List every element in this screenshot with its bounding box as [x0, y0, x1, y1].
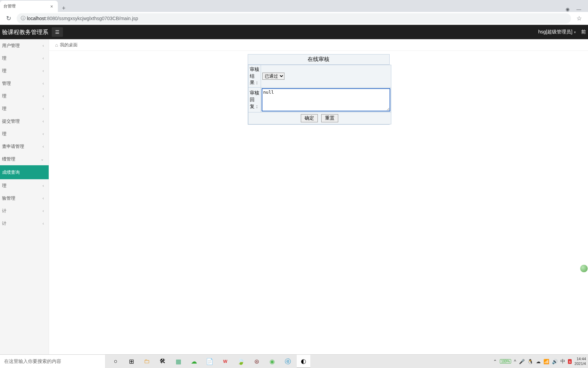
mic-icon[interactable]: 🎤 — [519, 359, 525, 364]
home-icon[interactable]: ⌂ — [55, 42, 58, 48]
sidebar-item-4[interactable]: 理‹ — [0, 90, 49, 102]
confirm-button[interactable]: 确定 — [301, 114, 318, 122]
chrome-icon[interactable]: ◐ — [297, 355, 310, 368]
clock[interactable]: 14:44 2021/4 — [574, 357, 586, 366]
reset-button[interactable]: 重置 — [321, 114, 338, 122]
tray-icon-2[interactable]: 🐧 — [527, 359, 533, 364]
chevron-left-icon: ‹ — [43, 81, 44, 86]
wifi-icon[interactable]: 📶 — [543, 359, 549, 364]
tray-icon-1[interactable]: ^ — [514, 359, 516, 364]
breadcrumb-label[interactable]: 我的桌面 — [60, 42, 78, 48]
sidebar-item-apply-mgmt[interactable]: 查申请管理‹ — [0, 140, 49, 153]
chevron-left-icon: ‹ — [43, 132, 44, 136]
label-review-reply: 审核回复： — [248, 87, 261, 112]
user-dropdown[interactable]: hsg[超级管理员] — [538, 29, 576, 35]
review-panel: 在线审核 审核结果： 已通过 审核回复： — [248, 54, 390, 125]
sidebar-toggle-button[interactable]: ☰ — [52, 27, 63, 37]
sidebar-item-2[interactable]: 理‹ — [0, 64, 49, 77]
tray-up-icon[interactable]: ⌃ — [493, 359, 497, 364]
cortana-icon[interactable]: ○ — [109, 355, 122, 368]
chevron-left-icon: ‹ — [43, 94, 44, 98]
app-icon-6[interactable]: ◉ — [265, 355, 279, 368]
chevron-left-icon: ‹ — [43, 56, 44, 61]
chevron-left-icon: ‹ — [43, 221, 44, 226]
content-area: ⌂ 我的桌面 在线审核 审核结果： 已通过 审核回复： — [49, 39, 588, 354]
close-icon[interactable]: × — [49, 4, 54, 9]
app-title: 验课程教务管理系 — [2, 28, 48, 36]
sidebar-item-13[interactable]: 计‹ — [0, 217, 49, 230]
browser-tab[interactable]: 台管理 × — [0, 1, 58, 12]
frontend-link[interactable]: 前 — [581, 29, 586, 35]
app-icon-1[interactable]: 🛠 — [156, 355, 169, 368]
url-field[interactable]: ⓘ localhost:8080/ssmgxsykcjwglxthsg0703C… — [17, 13, 571, 24]
ime-icon[interactable]: 中 — [560, 358, 565, 365]
app-header: 验课程教务管理系 ☰ hsg[超级管理员] 前 — [0, 25, 588, 39]
sidebar-item-score-mgmt[interactable]: 绩管理⌄ — [0, 153, 49, 165]
chevron-left-icon: ‹ — [43, 144, 44, 149]
taskbar: 在这里输入你要搜索的内容 ○ ⊞ 🗀 🛠 ▦ ☁ 📄 W 🍃 ⊛ ◉ ⓔ ◐ ⌃… — [0, 354, 588, 368]
tray-icon-3[interactable]: ☁ — [536, 359, 541, 364]
battery-icon[interactable]: 100% — [500, 359, 511, 364]
bookmark-icon[interactable]: ☆ — [574, 15, 585, 22]
minimize-icon[interactable]: — — [576, 6, 581, 12]
review-result-select[interactable]: 已通过 — [262, 73, 284, 80]
url-host: localhost — [27, 16, 46, 21]
review-reply-textarea[interactable] — [262, 88, 390, 111]
chevron-left-icon: ‹ — [43, 209, 44, 213]
reload-icon[interactable]: ↻ — [3, 15, 14, 22]
chevron-down-icon: ⌄ — [40, 157, 44, 162]
sogou-icon[interactable]: s — [568, 359, 572, 364]
app-icon-4[interactable]: 🍃 — [234, 355, 248, 368]
tab-title: 台管理 — [3, 3, 16, 9]
volume-icon[interactable]: 🔊 — [552, 359, 558, 364]
sidebar-item-exp-mgmt[interactable]: 验管理‹ — [0, 192, 49, 204]
chevron-left-icon: ‹ — [43, 196, 44, 201]
new-tab-button[interactable]: + — [58, 5, 70, 12]
address-bar: ↻ ⓘ localhost:8080/ssmgxsykcjwglxthsg070… — [0, 12, 588, 25]
chevron-left-icon: ‹ — [43, 43, 44, 48]
app-icon-3[interactable]: 📄 — [203, 355, 216, 368]
sidebar-item-1[interactable]: 理‹ — [0, 52, 49, 64]
chevron-left-icon: ‹ — [43, 68, 44, 73]
sidebar-item-submit-mgmt[interactable]: 提交管理‹ — [0, 115, 49, 127]
sidebar-item-12[interactable]: 计‹ — [0, 204, 49, 217]
wechat-icon[interactable]: ☁ — [187, 355, 201, 368]
panel-title: 在线审核 — [248, 55, 389, 65]
browser-tab-strip: 台管理 × + ◉ — — [0, 0, 588, 12]
url-path: :8080/ssmgxsykcjwglxthsg0703CB/main.jsp — [46, 16, 138, 21]
chevron-left-icon: ‹ — [43, 106, 44, 111]
sidebar: 用户管理‹ 理‹ 理‹ 管理‹ 理‹ 理‹ 提交管理‹ 理‹ 查申请管理‹ 绩管… — [0, 39, 49, 354]
profile-icon[interactable]: ◉ — [566, 6, 570, 12]
sidebar-item-user-mgmt[interactable]: 用户管理‹ — [0, 39, 49, 52]
sidebar-item-3[interactable]: 管理‹ — [0, 77, 49, 90]
task-view-icon[interactable]: ⊞ — [125, 355, 138, 368]
sidebar-item-5[interactable]: 理‹ — [0, 102, 49, 115]
sidebar-item-7[interactable]: 理‹ — [0, 127, 49, 140]
sidebar-item-10[interactable]: 理‹ — [0, 179, 49, 192]
app-icon-2[interactable]: ▦ — [172, 355, 185, 368]
assistant-avatar-icon[interactable] — [580, 264, 588, 273]
taskbar-search-input[interactable]: 在这里输入你要搜索的内容 — [0, 355, 105, 368]
chevron-left-icon: ‹ — [43, 183, 44, 188]
edge-icon[interactable]: ⓔ — [281, 355, 295, 368]
breadcrumb: ⌂ 我的桌面 — [49, 39, 588, 51]
site-info-icon[interactable]: ⓘ — [21, 15, 26, 21]
app-icon-5[interactable]: ⊛ — [250, 355, 263, 368]
sidebar-subitem-score-query[interactable]: 成绩查询 — [0, 165, 49, 179]
wps-icon[interactable]: W — [218, 355, 232, 368]
chevron-left-icon: ‹ — [43, 119, 44, 124]
label-review-result: 审核结果： — [248, 65, 261, 88]
file-explorer-icon[interactable]: 🗀 — [140, 355, 154, 368]
